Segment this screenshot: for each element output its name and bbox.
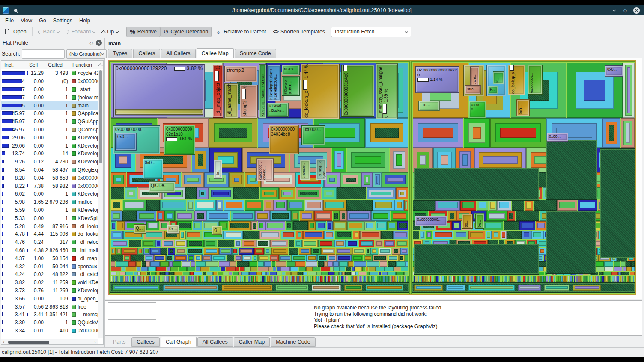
treemap-cell[interactable] bbox=[348, 261, 353, 267]
treemap-cell[interactable] bbox=[122, 211, 137, 221]
treemap-cell[interactable] bbox=[361, 172, 373, 187]
treemap-cell[interactable] bbox=[111, 200, 122, 211]
treemap-cell[interactable] bbox=[270, 272, 277, 275]
treemap-cell[interactable] bbox=[346, 240, 358, 247]
treemap-cell[interactable] bbox=[227, 255, 234, 261]
treemap-block[interactable]: 0x0000... bbox=[301, 125, 325, 145]
treemap-cell[interactable] bbox=[145, 255, 154, 261]
treemap-cell[interactable] bbox=[327, 221, 333, 230]
treemap-cell[interactable] bbox=[117, 221, 125, 230]
treemap-cell[interactable] bbox=[289, 240, 294, 247]
treemap-cell[interactable] bbox=[206, 261, 218, 267]
treemap-cell[interactable] bbox=[276, 261, 286, 267]
table-row[interactable]: 84.770.001(below mai bbox=[1, 93, 98, 101]
treemap-cell[interactable] bbox=[258, 267, 268, 271]
treemap-cell[interactable] bbox=[277, 267, 280, 271]
treemap-cell[interactable] bbox=[213, 272, 217, 275]
treemap-cell[interactable] bbox=[265, 221, 285, 230]
shorten-templates-toggle[interactable]: <> Shorten Templates bbox=[269, 27, 328, 37]
treemap-cell[interactable] bbox=[305, 200, 323, 211]
table-row[interactable]: 6.020.001KDevelop:: bbox=[1, 190, 98, 198]
treemap-cell[interactable] bbox=[169, 261, 173, 267]
treemap-cell[interactable] bbox=[296, 187, 321, 199]
treemap-cell[interactable] bbox=[360, 231, 381, 239]
table-row[interactable]: 3.570.562 863 813free bbox=[1, 303, 98, 311]
treemap-cell[interactable] bbox=[250, 267, 257, 271]
treemap-cell[interactable] bbox=[179, 231, 185, 239]
menu-settings[interactable]: Settings bbox=[50, 16, 76, 25]
treemap-cell[interactable] bbox=[177, 221, 192, 230]
treemap-cell[interactable] bbox=[194, 272, 202, 275]
titlebar[interactable]: /home/sergobot/Documents/GCI/screenshots… bbox=[0, 5, 644, 15]
treemap-cell[interactable] bbox=[531, 231, 543, 239]
treemap-cell[interactable] bbox=[195, 255, 202, 261]
treemap-cell[interactable] bbox=[209, 187, 233, 199]
treemap-cell[interactable] bbox=[174, 255, 187, 261]
treemap-cell[interactable] bbox=[367, 187, 396, 199]
treemap-cell[interactable] bbox=[161, 248, 167, 255]
treemap-block[interactable] bbox=[115, 109, 203, 115]
treemap-cell[interactable] bbox=[426, 231, 432, 239]
treemap-block[interactable]: do_lookup_x1.44 % bbox=[301, 64, 340, 119]
treemap-cell[interactable] bbox=[370, 248, 378, 255]
treemap-cell[interactable] bbox=[328, 255, 337, 261]
treemap-cell[interactable] bbox=[160, 272, 165, 275]
treemap-cell[interactable] bbox=[156, 267, 166, 271]
treemap-block[interactable]: 0x0... bbox=[115, 133, 137, 151]
treemap-cell[interactable] bbox=[382, 272, 388, 275]
treemap-cell[interactable] bbox=[271, 248, 288, 255]
treemap-cell[interactable] bbox=[397, 221, 408, 230]
treemap-cell[interactable] bbox=[170, 267, 178, 271]
treemap-cell[interactable] bbox=[122, 248, 137, 255]
treemap-cell[interactable] bbox=[346, 267, 351, 271]
treemap-cell[interactable] bbox=[396, 261, 405, 267]
treemap-cell[interactable] bbox=[359, 240, 374, 247]
treemap-cell[interactable] bbox=[195, 200, 216, 211]
table-row[interactable]: 3.660.00109dl_open_w bbox=[1, 294, 98, 303]
scrollbar-thumb[interactable] bbox=[8, 341, 49, 344]
treemap-unused-area[interactable] bbox=[414, 244, 539, 275]
treemap-cell[interactable] bbox=[334, 267, 340, 271]
treemap-cell[interactable] bbox=[489, 200, 497, 211]
treemap-cell[interactable] bbox=[344, 285, 362, 291]
treemap-cell[interactable] bbox=[351, 272, 355, 275]
treemap-cell[interactable] bbox=[468, 231, 485, 239]
treemap-cell[interactable] bbox=[224, 231, 243, 239]
treemap-cell[interactable] bbox=[317, 255, 327, 261]
treemap-cell[interactable] bbox=[286, 221, 293, 230]
treemap-cell[interactable] bbox=[200, 267, 209, 271]
treemap-cell[interactable] bbox=[279, 187, 295, 199]
tab-call-graph[interactable]: Call Graph bbox=[161, 337, 197, 347]
treemap-cell[interactable] bbox=[306, 267, 313, 271]
treemap-cell[interactable] bbox=[307, 255, 317, 261]
treemap-cell[interactable] bbox=[291, 211, 299, 221]
table-row[interactable]: 4.320.0150 044openaux bbox=[1, 262, 98, 270]
treemap-cell[interactable] bbox=[371, 211, 390, 221]
treemap-cell[interactable] bbox=[599, 272, 603, 275]
table-row[interactable]: 4.371.0050 154_dl_map_o bbox=[1, 254, 98, 262]
treemap-cell[interactable] bbox=[187, 200, 194, 211]
treemap-cell[interactable] bbox=[396, 272, 404, 275]
menu-go[interactable]: Go bbox=[36, 16, 50, 25]
treemap-cell[interactable] bbox=[388, 272, 396, 275]
col-self[interactable]: Self bbox=[26, 61, 45, 69]
treemap-cell[interactable] bbox=[393, 231, 408, 239]
treemap-cell[interactable] bbox=[303, 231, 324, 239]
treemap-cell[interactable] bbox=[258, 255, 269, 261]
treemap-cell[interactable] bbox=[340, 267, 345, 271]
treemap-cell[interactable] bbox=[332, 148, 346, 172]
treemap-cell[interactable] bbox=[313, 267, 320, 271]
treemap-cell[interactable] bbox=[280, 267, 290, 271]
treemap-cell[interactable] bbox=[376, 221, 387, 230]
treemap-block[interactable]: 0x0000000... bbox=[528, 65, 543, 95]
treemap-cell[interactable] bbox=[632, 267, 635, 271]
treemap-cell[interactable] bbox=[219, 248, 232, 255]
treemap-cell[interactable] bbox=[337, 187, 366, 199]
treemap-block[interactable]: _dl_map_ object... bbox=[316, 159, 326, 180]
treemap-cell[interactable] bbox=[504, 221, 519, 230]
table-row[interactable]: 84.770.001_start bbox=[1, 86, 98, 94]
treemap-cell[interactable] bbox=[249, 261, 257, 267]
treemap-cell[interactable] bbox=[258, 261, 264, 267]
table-row[interactable]: 98.3812.293 493<cycle 42> bbox=[1, 69, 98, 77]
treemap-cell[interactable] bbox=[111, 231, 123, 239]
